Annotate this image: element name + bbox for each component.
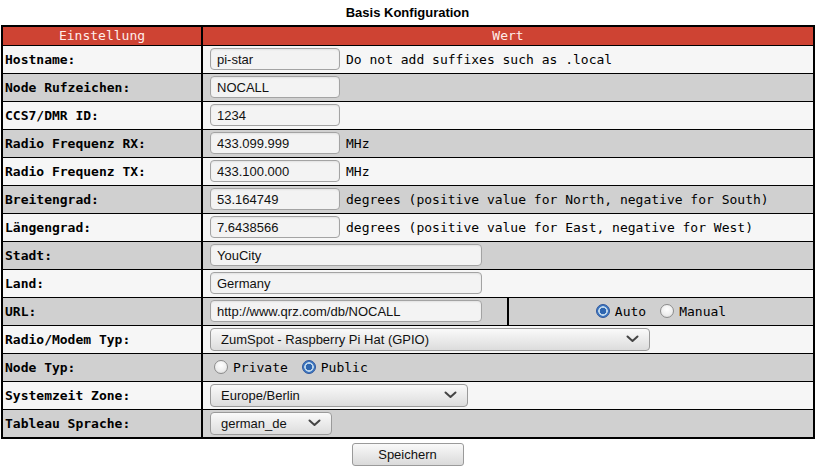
node-private-radio[interactable] [214,360,228,374]
table-row: Breitengrad: degrees (positive value for… [2,185,814,213]
freq-rx-label: Radio Frequenz RX: [5,136,146,151]
language-select[interactable]: german_de [210,412,332,435]
url-auto-radio-label: Auto [615,304,646,319]
country-label: Land: [5,276,44,291]
callsign-label: Node Rufzeichen: [5,80,130,95]
table-row: Node Rufzeichen: [2,73,814,101]
node-type-label: Node Typ: [5,360,75,375]
chevron-down-icon [444,391,457,399]
freq-tx-label: Radio Frequenz TX: [5,164,146,179]
table-row: Stadt: [2,241,814,269]
modem-select[interactable]: ZumSpot - Raspberry Pi Hat (GPIO) [210,328,650,351]
chevron-down-icon [308,419,321,427]
node-public-radio[interactable] [302,360,316,374]
language-label: Tableau Sprache: [5,416,130,431]
save-button[interactable]: Speichern [352,443,464,466]
dmr-id-input[interactable] [210,104,340,126]
url-label: URL: [5,304,36,319]
table-row: Systemzeit Zone: Europe/Berlin [2,381,814,409]
url-auto-radio[interactable] [596,304,610,318]
node-private-radio-label: Private [233,360,288,375]
table-row: Node Typ: Private Public [2,353,814,381]
button-row: Speichern [0,443,815,466]
table-row: Längengrad: degrees (positive value for … [2,213,814,241]
town-label: Stadt: [5,248,52,263]
timezone-label: Systemzeit Zone: [5,388,130,403]
table-row: Land: [2,269,814,297]
freq-rx-input[interactable] [210,132,340,154]
country-input[interactable] [210,272,482,294]
table-row: Hostname: Do not add suffixes such as .l… [2,45,814,73]
header-wert: Wert [202,26,814,45]
freq-tx-input[interactable] [210,160,340,182]
table-row: Radio Frequenz TX: MHz [2,157,814,185]
url-manual-radio[interactable] [660,304,674,318]
hostname-note: Do not add suffixes such as .local [346,52,612,67]
longitude-label: Längengrad: [5,220,91,235]
table-row: Tableau Sprache: german_de [2,409,814,438]
hostname-input[interactable] [210,48,340,70]
latitude-note: degrees (positive value for North, negat… [346,192,769,207]
table-row: Radio/Modem Typ: ZumSpot - Raspberry Pi … [2,325,814,353]
header-einstellung: Einstellung [2,26,202,45]
latitude-input[interactable] [210,188,340,210]
longitude-note: degrees (positive value for East, negati… [346,220,753,235]
timezone-select[interactable]: Europe/Berlin [210,384,468,407]
freq-tx-unit: MHz [346,164,369,179]
chevron-down-icon [626,335,639,343]
language-select-value: german_de [221,416,287,431]
callsign-input[interactable] [210,76,340,98]
url-manual-radio-label: Manual [679,304,726,319]
longitude-input[interactable] [210,216,340,238]
table-header-row: Einstellung Wert [2,26,814,45]
config-table: Einstellung Wert Hostname: Do not add su… [1,25,815,439]
table-row: CCS7/DMR ID: [2,101,814,129]
latitude-label: Breitengrad: [5,192,99,207]
table-row: URL: Auto Manual [2,297,814,325]
table-row: Radio Frequenz RX: MHz [2,129,814,157]
hostname-label: Hostname: [5,52,75,67]
modem-label: Radio/Modem Typ: [5,332,130,347]
url-input[interactable] [210,300,482,322]
dmr-id-label: CCS7/DMR ID: [5,108,99,123]
modem-select-value: ZumSpot - Raspberry Pi Hat (GPIO) [221,332,429,347]
node-public-radio-label: Public [321,360,368,375]
freq-rx-unit: MHz [346,136,369,151]
timezone-select-value: Europe/Berlin [221,388,300,403]
town-input[interactable] [210,244,482,266]
page-title: Basis Konfiguration [0,0,815,25]
